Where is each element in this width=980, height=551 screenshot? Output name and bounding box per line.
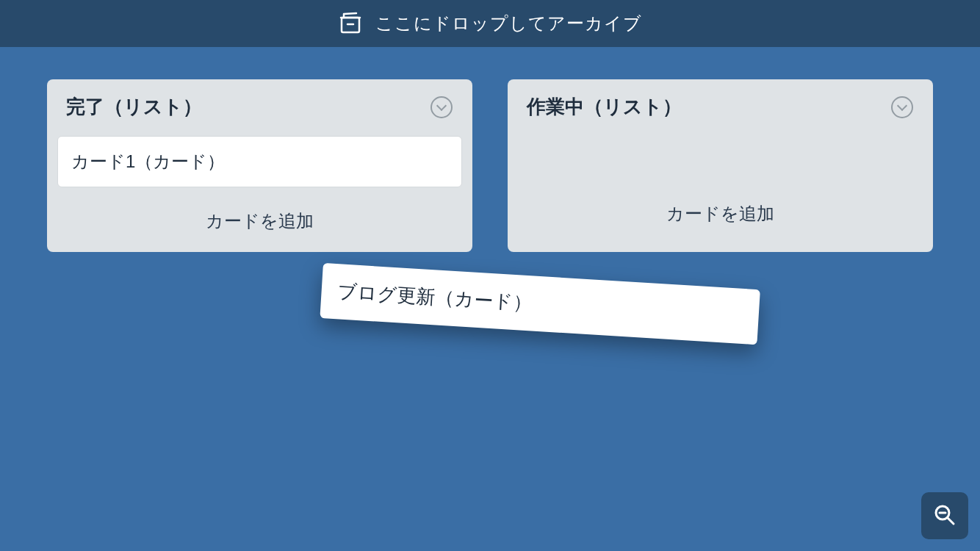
card-title: ブログ更新（カード） — [337, 280, 533, 314]
list-cards-empty — [516, 136, 924, 187]
list-header: 作業中（リスト） — [516, 94, 924, 136]
board: 完了（リスト） カード1（カード） カードを追加 作業中（リスト） カードを追加 — [0, 47, 980, 284]
chevron-down-icon — [891, 96, 913, 118]
list-title: 作業中（リスト） — [527, 94, 682, 120]
chevron-down-icon — [430, 96, 453, 118]
zoom-out-icon — [932, 503, 957, 530]
list-header: 完了（リスト） — [56, 94, 464, 136]
card-title: カード1（カード） — [71, 151, 225, 171]
list-in-progress[interactable]: 作業中（リスト） カードを追加 — [508, 79, 933, 252]
archive-box-icon — [339, 12, 362, 35]
list-title: 完了（リスト） — [66, 94, 202, 120]
zoom-out-button[interactable] — [921, 492, 968, 539]
archive-banner-label: ここにドロップしてアーカイブ — [375, 12, 642, 35]
svg-line-3 — [948, 518, 954, 524]
add-card-button[interactable]: カードを追加 — [516, 187, 924, 233]
list-done[interactable]: 完了（リスト） カード1（カード） カードを追加 — [47, 79, 472, 252]
add-card-button[interactable]: カードを追加 — [56, 195, 464, 240]
list-menu-button[interactable] — [890, 96, 914, 119]
archive-drop-banner[interactable]: ここにドロップしてアーカイブ — [0, 0, 980, 47]
list-menu-button[interactable] — [430, 96, 453, 119]
card[interactable]: カード1（カード） — [57, 136, 462, 187]
